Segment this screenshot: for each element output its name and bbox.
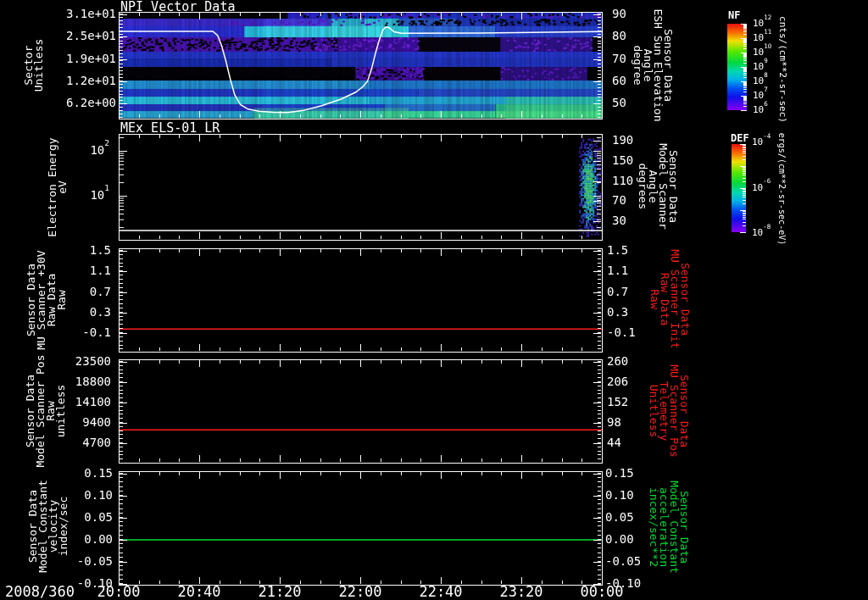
panel1-title: NPI Vector Data <box>120 1 235 14</box>
panel3-left-tick-label: 1.1 <box>90 264 111 276</box>
panel3-left-tick-label: 1.5 <box>90 244 111 256</box>
panel1-right-tick-label: 90 <box>612 8 626 19</box>
panel2-right-axis-label: Sensor DataModel ScannerAngledegrees <box>637 143 678 230</box>
panel4-right-tick-label: 260 <box>607 355 628 367</box>
panel4-right-axis-label: Sensor DataMU Scanner PosTelemetryUnitle… <box>648 364 689 458</box>
panel4-left-tick-label: 14100 <box>75 396 111 408</box>
colorbar-nf-units-label: cnts/(cm**2-sr-sec) <box>778 16 787 123</box>
colorbar-nf-tick-label: 108 <box>753 76 768 86</box>
panel5-left-tick-label: 0.10 <box>84 489 113 501</box>
panel2-right-tick-label: 190 <box>612 134 633 146</box>
colorbar-def-tick-label: 10-8 <box>752 228 771 237</box>
panel5-left-tick-label: 0.05 <box>84 511 113 523</box>
panel5-right-tick-label: 0.15 <box>605 467 634 479</box>
panel3-left-tick-label: 0.3 <box>90 306 111 318</box>
panel4-left-tick-label: 4700 <box>82 436 111 448</box>
panel5-left-tick-label: -0.05 <box>77 555 113 567</box>
panel5-right-axis-label: Sensor DataModel Constantaccelerationinc… <box>648 481 689 574</box>
x-axis-time-label: 20:00 <box>97 585 140 599</box>
colorbar-def-tick-label: 10-4 <box>752 137 771 147</box>
panel5-right-tick-label: 0.10 <box>605 489 634 501</box>
panel4-right-tick-label: 98 <box>607 416 621 428</box>
panel4-left-tick-label: 18800 <box>75 375 111 387</box>
panel5-right-tick-label: 0.00 <box>605 533 634 545</box>
plots-canvas <box>0 0 868 600</box>
panel3-left-tick-label: 0.7 <box>90 286 111 297</box>
panel2-right-tick-label: 70 <box>612 194 626 206</box>
x-axis-time-label: 00:00 <box>580 585 623 599</box>
x-axis-time-label: 20:40 <box>177 585 220 599</box>
panel5-left-axis-label: Sensor DataModel Constantvelocityindex/s… <box>28 480 69 573</box>
panel5-right-tick-label: 0.05 <box>605 511 634 523</box>
colorbar-nf-tick-label: 1010 <box>753 47 771 57</box>
panel5-left-tick-label: 0.15 <box>84 467 113 479</box>
panel4-left-tick-label: 9400 <box>82 416 111 428</box>
panel4-left-tick-label: 23500 <box>75 355 111 367</box>
panel4-left-axis-label: Sensor DataModel Scanner PosRawunitless <box>25 354 66 467</box>
panel2-left-axis-label: Electron EnergyeV <box>47 137 68 236</box>
colorbar-nf-tick-label: 109 <box>753 62 768 71</box>
panel2-left-tick-label: 101 <box>90 189 109 201</box>
colorbar-def-tick-label: 10-6 <box>752 183 771 192</box>
panel4-right-tick-label: 206 <box>607 375 628 387</box>
telemetry-plot-window: NPI Vector Data MEx ELS-01 LR 2008/360 3… <box>0 0 868 600</box>
panel1-left-tick-label: 6.2e+00 <box>66 97 116 108</box>
panel3-left-tick-label: -0.1 <box>82 326 111 338</box>
panel1-left-tick-label: 3.1e+01 <box>66 8 116 19</box>
panel1-right-tick-label: 70 <box>612 53 626 64</box>
colorbar-def-units-label: ergs/(cm**2-sr-sec-eV) <box>777 133 786 245</box>
colorbar-nf-tick-label: 1012 <box>753 19 771 28</box>
panel1-left-tick-label: 2.5e+01 <box>66 30 116 42</box>
panel3-right-axis-label: Sensor DataMU Scanner InitRaw DataRaw <box>649 249 690 348</box>
panel1-right-tick-label: 60 <box>612 75 626 86</box>
panel3-left-axis-label: Sensor DataMU Scanner +30VRaw DataRaw <box>26 250 67 349</box>
x-axis-date-label: 2008/360 <box>5 585 75 599</box>
panel3-right-tick-label: 0.7 <box>607 286 628 297</box>
colorbar-nf-title: NF <box>728 10 740 20</box>
panel2-right-tick-label: 30 <box>612 214 626 226</box>
panel2-right-tick-label: 110 <box>612 175 633 186</box>
colorbar-nf-tick-label: 107 <box>753 91 768 100</box>
panel4-right-tick-label: 44 <box>607 436 621 448</box>
panel3-right-tick-label: 0.3 <box>607 306 628 318</box>
colorbar-nf-tick-label: 106 <box>753 105 768 114</box>
panel3-right-tick-label: 1.1 <box>607 264 628 276</box>
panel4-right-tick-label: 152 <box>607 396 628 408</box>
x-axis-time-label: 21:20 <box>258 585 301 599</box>
colorbar-nf-tick-label: 1011 <box>753 33 771 42</box>
panel2-left-tick-label: 102 <box>90 144 109 156</box>
panel1-right-tick-label: 50 <box>612 97 626 108</box>
x-axis-time-label: 22:40 <box>419 585 462 599</box>
panel2-title: MEx ELS-01 LR <box>120 122 220 135</box>
panel3-right-tick-label: 1.5 <box>607 244 628 256</box>
panel5-right-tick-label: -0.05 <box>605 555 641 567</box>
x-axis-time-label: 22:00 <box>338 585 381 599</box>
panel1-left-tick-label: 1.9e+01 <box>66 53 116 64</box>
colorbar-def-title: DEF <box>731 133 749 143</box>
panel1-right-axis-label: Sensor DataESH Sun ElevationAngledegree <box>632 8 673 121</box>
x-axis-time-label: 23:20 <box>499 585 542 599</box>
panel1-right-tick-label: 80 <box>612 30 626 42</box>
panel5-left-tick-label: 0.00 <box>84 533 113 545</box>
panel1-left-axis-label: SectorUnitless <box>24 39 44 92</box>
panel2-right-tick-label: 150 <box>612 154 633 166</box>
panel3-right-tick-label: -0.1 <box>607 326 636 338</box>
panel1-left-tick-label: 1.2e+01 <box>66 75 116 86</box>
